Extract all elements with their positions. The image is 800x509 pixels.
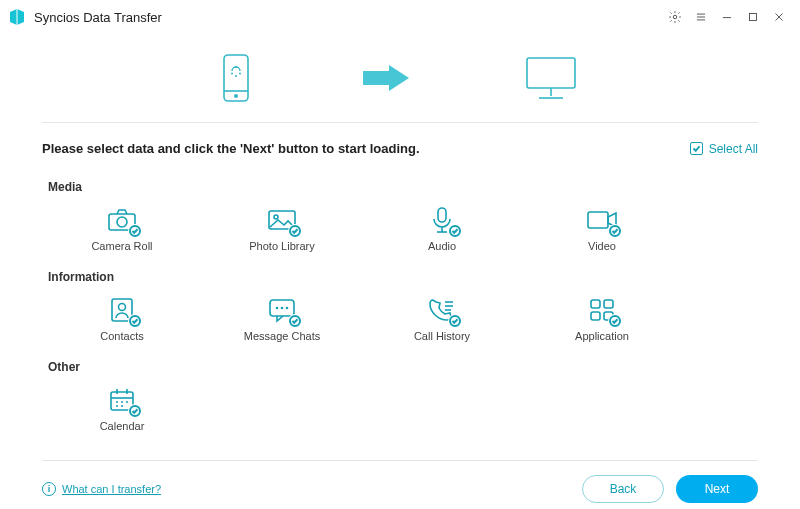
check-icon bbox=[128, 314, 142, 328]
svg-rect-44 bbox=[591, 300, 600, 308]
item-camera-roll[interactable]: Camera Roll bbox=[42, 200, 202, 262]
svg-point-10 bbox=[234, 94, 238, 98]
target-computer-icon bbox=[523, 54, 579, 102]
check-icon bbox=[608, 314, 622, 328]
instruction-row: Please select data and click the 'Next' … bbox=[0, 123, 800, 166]
item-contacts[interactable]: Contacts bbox=[42, 290, 202, 352]
section-title-media: Media bbox=[48, 180, 758, 194]
information-row: Contacts Message Chats Call History Appl… bbox=[42, 290, 758, 352]
arrow-icon bbox=[361, 63, 413, 93]
close-button[interactable] bbox=[766, 4, 792, 30]
help-link-text: What can I transfer? bbox=[62, 483, 161, 495]
svg-point-36 bbox=[276, 307, 279, 310]
minimize-button[interactable] bbox=[714, 4, 740, 30]
svg-rect-29 bbox=[588, 212, 608, 228]
maximize-icon bbox=[746, 10, 760, 24]
back-button[interactable]: Back bbox=[582, 475, 664, 503]
check-icon bbox=[448, 314, 462, 328]
svg-point-12 bbox=[235, 75, 237, 77]
svg-point-0 bbox=[673, 15, 677, 19]
minimize-icon bbox=[720, 10, 734, 24]
check-icon bbox=[128, 404, 142, 418]
maximize-button[interactable] bbox=[740, 4, 766, 30]
help-link[interactable]: i What can I transfer? bbox=[42, 482, 161, 496]
item-application[interactable]: Application bbox=[522, 290, 682, 352]
item-label: Photo Library bbox=[249, 240, 314, 252]
svg-rect-45 bbox=[604, 300, 613, 308]
svg-point-33 bbox=[119, 304, 126, 311]
other-row: Calendar bbox=[42, 380, 758, 442]
next-button[interactable]: Next bbox=[676, 475, 758, 503]
checkbox-icon bbox=[690, 142, 703, 155]
menu-button[interactable] bbox=[688, 4, 714, 30]
svg-rect-5 bbox=[750, 14, 757, 21]
svg-point-14 bbox=[239, 73, 241, 75]
item-video[interactable]: Video bbox=[522, 200, 682, 262]
gear-icon bbox=[668, 10, 682, 24]
media-row: Camera Roll Photo Library Audio Video bbox=[42, 200, 758, 262]
item-label: Message Chats bbox=[244, 330, 320, 342]
check-icon bbox=[288, 314, 302, 328]
select-all-checkbox[interactable]: Select All bbox=[690, 142, 758, 156]
item-label: Application bbox=[575, 330, 629, 342]
item-label: Camera Roll bbox=[91, 240, 152, 252]
item-call-history[interactable]: Call History bbox=[362, 290, 522, 352]
item-photo-library[interactable]: Photo Library bbox=[202, 200, 362, 262]
check-icon bbox=[128, 224, 142, 238]
check-icon bbox=[288, 224, 302, 238]
data-sections: Media Camera Roll Photo Library Audio bbox=[0, 166, 800, 442]
app-logo-icon bbox=[8, 8, 26, 26]
instruction-text: Please select data and click the 'Next' … bbox=[42, 141, 420, 156]
item-label: Video bbox=[588, 240, 616, 252]
item-label: Audio bbox=[428, 240, 456, 252]
check-icon bbox=[608, 224, 622, 238]
item-label: Calendar bbox=[100, 420, 145, 432]
close-icon bbox=[772, 10, 786, 24]
footer: i What can I transfer? Back Next bbox=[0, 461, 800, 503]
svg-rect-16 bbox=[527, 58, 575, 88]
item-calendar[interactable]: Calendar bbox=[42, 380, 202, 442]
item-label: Contacts bbox=[100, 330, 143, 342]
svg-rect-25 bbox=[438, 208, 446, 222]
section-title-other: Other bbox=[48, 360, 758, 374]
svg-point-20 bbox=[117, 217, 127, 227]
info-icon: i bbox=[42, 482, 56, 496]
titlebar: Syncios Data Transfer bbox=[0, 0, 800, 34]
item-label: Call History bbox=[414, 330, 470, 342]
item-message-chats[interactable]: Message Chats bbox=[202, 290, 362, 352]
svg-point-13 bbox=[231, 73, 233, 75]
item-audio[interactable]: Audio bbox=[362, 200, 522, 262]
section-title-information: Information bbox=[48, 270, 758, 284]
svg-point-38 bbox=[286, 307, 289, 310]
settings-button[interactable] bbox=[662, 4, 688, 30]
svg-point-37 bbox=[281, 307, 284, 310]
transfer-diagram bbox=[0, 34, 800, 122]
svg-marker-15 bbox=[363, 65, 409, 91]
source-phone-icon bbox=[221, 53, 251, 103]
select-all-label: Select All bbox=[709, 142, 758, 156]
check-icon bbox=[448, 224, 462, 238]
app-title: Syncios Data Transfer bbox=[34, 10, 162, 25]
svg-point-23 bbox=[274, 215, 278, 219]
svg-rect-46 bbox=[591, 312, 600, 320]
menu-icon bbox=[694, 10, 708, 24]
